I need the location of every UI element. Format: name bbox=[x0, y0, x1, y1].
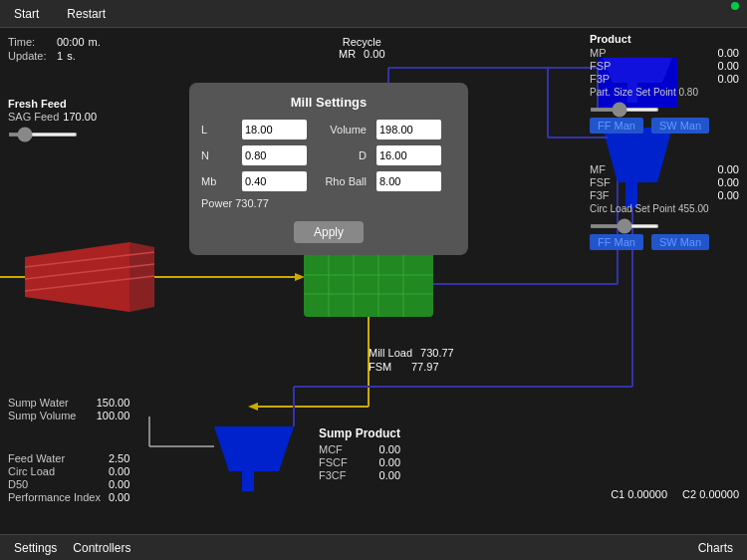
d-input[interactable] bbox=[376, 145, 441, 165]
recycle-section: Recycle MR 0.00 bbox=[339, 36, 385, 62]
update-unit: s. bbox=[67, 50, 76, 62]
n-input[interactable] bbox=[242, 145, 307, 165]
mb-label: Mb bbox=[201, 175, 236, 187]
sump-volume-label: Sump Volume bbox=[8, 410, 76, 421]
mill-load-value: 730.77 bbox=[420, 347, 454, 359]
product-sw-man-button[interactable]: SW Man bbox=[651, 118, 709, 134]
part-size-slider[interactable] bbox=[590, 108, 659, 112]
mill-settings-title: Mill Settings bbox=[201, 95, 456, 110]
flow-sw-man-button[interactable]: SW Man bbox=[651, 234, 709, 250]
feed-water-label: Feed Water bbox=[8, 452, 65, 464]
mill-info-section: Mill Load 730.77 FSM 77.97 bbox=[369, 347, 454, 375]
part-size-value: 0.80 bbox=[679, 87, 698, 98]
product-btn-row: FF Man SW Man bbox=[590, 118, 739, 134]
time-unit: m. bbox=[89, 36, 101, 48]
start-button[interactable]: Start bbox=[8, 5, 45, 23]
top-toolbar: Start Restart bbox=[0, 0, 747, 28]
power-label: Power bbox=[201, 197, 232, 209]
c1-label: C1 bbox=[611, 488, 624, 500]
circ-load-slider[interactable] bbox=[590, 224, 659, 228]
fsf-label: FSF bbox=[590, 176, 611, 188]
f3cf-value: 0.00 bbox=[379, 469, 400, 481]
charts-button[interactable]: Charts bbox=[692, 539, 739, 557]
sump-water-label: Sump Water bbox=[8, 397, 69, 409]
mp-label: MP bbox=[590, 47, 607, 59]
circ-load-label: Circ Load Set Point bbox=[590, 203, 675, 214]
sump-water-value: 150.00 bbox=[97, 397, 130, 409]
mill-load-label: Mill Load bbox=[369, 347, 412, 359]
mill-settings-modal: Mill Settings L N Mb Power 730.77 bbox=[189, 83, 468, 255]
fsp-label: FSP bbox=[590, 60, 611, 72]
circ-load-value: 455.00 bbox=[678, 203, 709, 214]
feed-slider[interactable] bbox=[8, 133, 78, 137]
rho-ball-label: Rho Ball bbox=[317, 175, 367, 187]
bottom-toolbar: Settings Controllers Charts bbox=[0, 534, 747, 560]
sump-product-section: Sump Product MCF 0.00 FSCF 0.00 F3CF 0.0… bbox=[319, 426, 400, 482]
controllers-button[interactable]: Controllers bbox=[67, 539, 136, 557]
fsp-value: 0.00 bbox=[718, 60, 739, 72]
mp-value: 0.00 bbox=[718, 47, 739, 59]
l-label: L bbox=[201, 124, 236, 136]
product-title: Product bbox=[590, 33, 739, 45]
fsm-value: 77.97 bbox=[411, 361, 439, 373]
perf-index-label: Performance Index bbox=[8, 491, 101, 503]
apply-button[interactable]: Apply bbox=[294, 221, 364, 243]
update-value: 1 bbox=[57, 50, 63, 62]
c-values-section: C1 0.00000 C2 0.00000 bbox=[611, 488, 739, 500]
mb-input[interactable] bbox=[242, 171, 307, 191]
l-input[interactable] bbox=[242, 120, 307, 140]
product-section: Product MP 0.00 FSP 0.00 F3P 0.00 Part. … bbox=[590, 33, 739, 134]
fsm-label: FSM bbox=[369, 361, 403, 373]
c2-label: C2 bbox=[682, 488, 696, 500]
right-panel: Product MP 0.00 FSP 0.00 F3P 0.00 Part. … bbox=[590, 33, 739, 262]
d50-value: 0.00 bbox=[109, 478, 129, 490]
sump-volume-value: 100.00 bbox=[97, 410, 130, 421]
d50-label: D50 bbox=[8, 478, 28, 490]
fsf-value: 0.00 bbox=[718, 176, 739, 188]
fscf-value: 0.00 bbox=[379, 456, 400, 468]
mr-value: 0.00 bbox=[364, 48, 384, 60]
n-label: N bbox=[201, 149, 236, 161]
update-label: Update: bbox=[8, 50, 53, 62]
circ-load-label: Circ Load bbox=[8, 465, 55, 477]
f3p-label: F3P bbox=[590, 73, 610, 85]
part-size-row: Part. Size Set Point 0.80 bbox=[590, 87, 739, 98]
circ-load-value: 0.00 bbox=[109, 465, 129, 477]
f3f-value: 0.00 bbox=[718, 189, 739, 201]
f3f-label: F3F bbox=[590, 189, 610, 201]
main-area: Time: 00:00 m. Update: 1 s. Fresh Feed S… bbox=[0, 28, 747, 534]
power-value: 730.77 bbox=[235, 197, 269, 209]
product-ff-man-button[interactable]: FF Man bbox=[590, 118, 643, 134]
bottom-left-section: Sump Water 150.00 Sump Volume 100.00 Fee… bbox=[8, 397, 129, 504]
flow-btn-row: FF Man SW Man bbox=[590, 234, 739, 250]
perf-index-value: 0.00 bbox=[109, 491, 129, 503]
flow-section: MF 0.00 FSF 0.00 F3F 0.00 Circ Load Set … bbox=[590, 163, 739, 250]
d-label: D bbox=[317, 149, 367, 161]
volume-input[interactable] bbox=[376, 120, 441, 140]
sump-product-title: Sump Product bbox=[319, 426, 400, 440]
restart-button[interactable]: Restart bbox=[61, 5, 112, 23]
feed-water-value: 2.50 bbox=[109, 452, 129, 464]
sag-feed-label: SAG Feed bbox=[8, 111, 59, 123]
flow-ff-man-button[interactable]: FF Man bbox=[590, 234, 643, 250]
feed-section: Fresh Feed SAG Feed 170.00 bbox=[8, 98, 97, 142]
settings-button[interactable]: Settings bbox=[8, 539, 63, 557]
status-indicator bbox=[731, 2, 739, 10]
c1-value: 0.00000 bbox=[627, 488, 667, 500]
circ-load-row: Circ Load Set Point 455.00 bbox=[590, 203, 739, 214]
mr-label: MR bbox=[339, 48, 356, 60]
time-section: Time: 00:00 m. Update: 1 s. bbox=[8, 36, 101, 64]
mf-value: 0.00 bbox=[718, 163, 739, 175]
rho-ball-input[interactable] bbox=[376, 171, 441, 191]
time-label: Time: bbox=[8, 36, 53, 48]
c2-value: 0.00000 bbox=[699, 488, 739, 500]
svg-rect-32 bbox=[242, 471, 254, 491]
fscf-label: FSCF bbox=[319, 456, 348, 468]
sag-feed-value: 170.00 bbox=[63, 111, 97, 123]
mcf-label: MCF bbox=[319, 443, 343, 455]
f3p-value: 0.00 bbox=[718, 73, 739, 85]
volume-label: Volume bbox=[317, 124, 367, 136]
mcf-value: 0.00 bbox=[379, 443, 400, 455]
recycle-label: Recycle bbox=[339, 36, 385, 48]
f3cf-label: F3CF bbox=[319, 469, 347, 481]
